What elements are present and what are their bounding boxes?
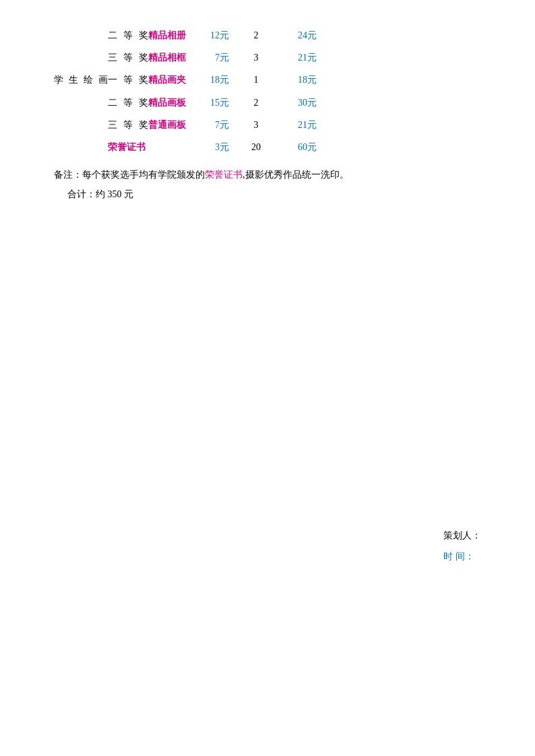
honor-name-cell: 荣誉证书 xyxy=(108,139,195,156)
count-cell: 2 xyxy=(236,94,276,111)
level-cell: 二等奖 xyxy=(108,94,148,111)
count-cell: 1 xyxy=(236,71,276,88)
prize-cell: 精品画板 xyxy=(148,94,195,111)
honor-row: 荣誉证书 3元 20 60元 xyxy=(54,139,481,156)
price-cell: 7元 xyxy=(195,116,236,133)
level-cell: 一等奖 xyxy=(108,71,148,88)
page: 二等奖 精品相册 12元 2 24元 三等奖 精品相框 7元 3 21元 学生绘… xyxy=(0,0,535,756)
count-cell: 2 xyxy=(236,27,276,44)
total-cell: 21元 xyxy=(276,116,317,133)
total-cell: 21元 xyxy=(276,49,317,66)
planner-label: 策划人： xyxy=(443,530,481,541)
prize-cell: 普通画板 xyxy=(148,116,195,133)
total-label: 合计：约 350 元 xyxy=(67,189,133,199)
price-cell: 12元 xyxy=(195,27,236,44)
remark-section: 备注：每个获奖选手均有学院颁发的荣誉证书,摄影优秀作品统一洗印。 xyxy=(54,166,481,183)
prize-cell: 精品画夹 xyxy=(148,71,195,88)
total-cell: 24元 xyxy=(276,27,317,44)
time-label: 时 间： xyxy=(443,551,474,561)
level-cell: 三等奖 xyxy=(108,116,148,133)
count-cell: 3 xyxy=(236,116,276,133)
planner-row: 策划人： xyxy=(443,526,481,547)
table-row: 学生绘画 一等奖 精品画夹 18元 1 18元 xyxy=(54,71,481,88)
total-cell: 30元 xyxy=(276,94,317,111)
table-section: 二等奖 精品相册 12元 2 24元 三等奖 精品相框 7元 3 21元 学生绘… xyxy=(54,27,481,156)
prize-cell: 精品相册 xyxy=(148,27,195,44)
time-row: 时 间： xyxy=(443,547,481,568)
prize-cell: 精品相框 xyxy=(148,49,195,66)
table-row: 二等奖 精品相册 12元 2 24元 xyxy=(54,27,481,44)
honor-total-cell: 60元 xyxy=(276,139,317,156)
remark-suffix: ,摄影优秀作品统一洗印。 xyxy=(243,170,349,180)
table-row: 三等奖 普通画板 7元 3 21元 xyxy=(54,116,481,133)
price-cell: 18元 xyxy=(195,71,236,88)
price-cell: 15元 xyxy=(195,94,236,111)
total-section: 合计：约 350 元 xyxy=(67,188,481,201)
remark-highlight: 荣誉证书 xyxy=(205,170,243,180)
total-cell: 18元 xyxy=(276,71,317,88)
remark-prefix: 备注：每个获奖选手均有学院颁发的 xyxy=(54,170,205,180)
footer-section: 策划人： 时 间： xyxy=(443,526,481,568)
count-cell: 3 xyxy=(236,49,276,66)
table-row: 三等奖 精品相框 7元 3 21元 xyxy=(54,49,481,66)
honor-count-cell: 20 xyxy=(236,139,276,156)
price-cell: 7元 xyxy=(195,49,236,66)
level-cell: 三等奖 xyxy=(108,49,148,66)
category-cell: 学生绘画 xyxy=(54,71,108,88)
table-row: 二等奖 精品画板 15元 2 30元 xyxy=(54,94,481,111)
level-cell: 二等奖 xyxy=(108,27,148,44)
honor-price-cell: 3元 xyxy=(195,139,236,156)
